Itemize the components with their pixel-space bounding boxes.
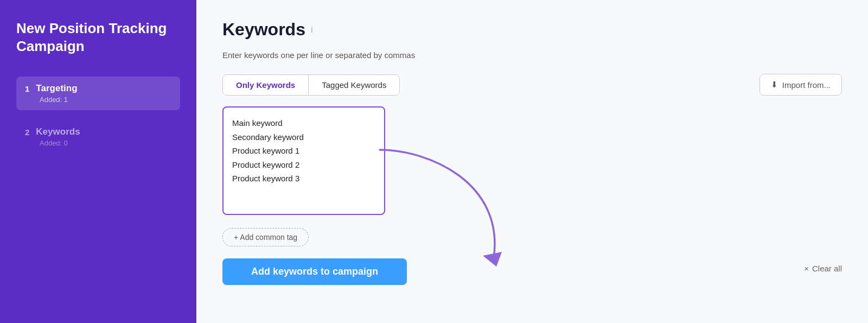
sidebar-nav: 1 Targeting Added: 1 2 Keywords Added: 0 xyxy=(16,77,180,154)
info-icon[interactable]: i xyxy=(311,25,313,35)
sidebar: New Position Tracking Campaign 1 Targeti… xyxy=(0,0,196,323)
page-title: Keywords xyxy=(222,20,305,40)
nav-added-keywords: Added: 0 xyxy=(40,139,171,147)
main-content: Keywords i Enter keywords one per line o… xyxy=(196,0,868,323)
page-header: Keywords i xyxy=(222,20,842,40)
nav-label-keywords: Keywords xyxy=(36,126,80,137)
bottom-row: + Add common tag xyxy=(222,228,842,246)
tabs-row: Only Keywords Tagged Keywords ⬇ Import f… xyxy=(222,74,842,96)
tabs-container: Only Keywords Tagged Keywords xyxy=(222,74,400,96)
sidebar-item-keywords[interactable]: 2 Keywords Added: 0 xyxy=(16,120,180,154)
keyword-area-wrapper: Main keyword Secondary keyword Product k… xyxy=(222,106,842,217)
import-button[interactable]: ⬇ Import from... xyxy=(760,74,842,96)
tab-only-keywords[interactable]: Only Keywords xyxy=(223,75,309,95)
add-common-tag-button[interactable]: + Add common tag xyxy=(222,228,309,246)
close-icon: × xyxy=(804,264,809,273)
tab-tagged-keywords[interactable]: Tagged Keywords xyxy=(309,75,399,95)
nav-step-1: 1 xyxy=(25,84,29,93)
sidebar-item-targeting[interactable]: 1 Targeting Added: 1 xyxy=(16,77,180,110)
bottom-actions: + Add common tag Add keywords to campaig… xyxy=(222,226,842,285)
keyword-textarea[interactable]: Main keyword Secondary keyword Product k… xyxy=(222,106,385,215)
nav-added-targeting: Added: 1 xyxy=(40,96,171,104)
subtitle: Enter keywords one per line or separated… xyxy=(222,50,842,60)
nav-step-2: 2 xyxy=(25,128,29,137)
nav-label-targeting: Targeting xyxy=(36,83,77,94)
clear-all-label: Clear all xyxy=(812,264,842,273)
import-label: Import from... xyxy=(782,80,831,90)
sidebar-title: New Position Tracking Campaign xyxy=(16,20,180,55)
clear-all-button[interactable]: × Clear all xyxy=(804,264,842,273)
import-icon: ⬇ xyxy=(771,80,778,90)
add-keywords-button[interactable]: Add keywords to campaign xyxy=(222,258,407,285)
